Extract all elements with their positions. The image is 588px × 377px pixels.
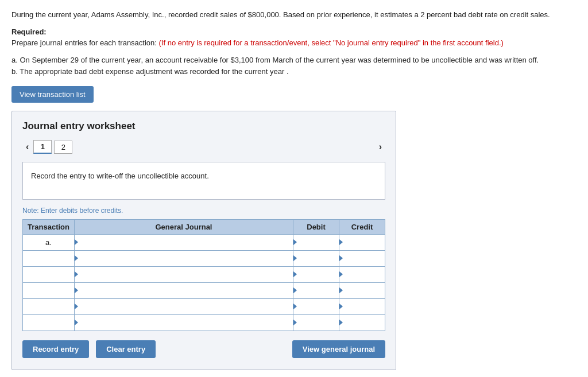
cell-transaction bbox=[23, 314, 75, 331]
credit-input[interactable] bbox=[342, 270, 382, 279]
instruction-box: Record the entry to write-off the uncoll… bbox=[22, 162, 385, 200]
worksheet-title: Journal entry worksheet bbox=[22, 121, 385, 132]
worksheet-container: Journal entry worksheet ‹ 1 2 › Record t… bbox=[11, 111, 396, 370]
general-journal-input[interactable] bbox=[77, 302, 291, 311]
prev-page-button[interactable]: ‹ bbox=[22, 141, 32, 153]
cell-general-journal[interactable] bbox=[75, 314, 293, 331]
view-transaction-list-button[interactable]: View transaction list bbox=[11, 86, 94, 103]
cell-transaction bbox=[23, 282, 75, 298]
credit-input[interactable] bbox=[342, 254, 382, 263]
debit-input[interactable] bbox=[296, 302, 336, 311]
table-row bbox=[23, 298, 385, 314]
cell-transaction bbox=[23, 250, 75, 266]
debit-input[interactable] bbox=[296, 254, 336, 263]
credit-input[interactable] bbox=[342, 318, 382, 327]
table-row bbox=[23, 250, 385, 266]
cell-general-journal[interactable] bbox=[75, 266, 293, 282]
transaction-a: a. On September 29 of the current year, … bbox=[11, 55, 577, 67]
table-row bbox=[23, 282, 385, 298]
view-general-journal-button[interactable]: View general journal bbox=[292, 340, 385, 358]
general-journal-input[interactable] bbox=[77, 270, 291, 279]
general-journal-input[interactable] bbox=[77, 254, 291, 263]
page-tab-1[interactable]: 1 bbox=[33, 140, 52, 154]
credit-input[interactable] bbox=[342, 302, 382, 311]
debit-input[interactable] bbox=[296, 286, 336, 295]
cell-debit[interactable] bbox=[293, 234, 339, 250]
credit-input[interactable] bbox=[342, 238, 382, 247]
cell-general-journal[interactable] bbox=[75, 282, 293, 298]
table-header-row: Transaction General Journal Debit Credit bbox=[23, 219, 385, 234]
cell-debit[interactable] bbox=[293, 282, 339, 298]
cell-debit[interactable] bbox=[293, 266, 339, 282]
cell-general-journal[interactable] bbox=[75, 234, 293, 250]
cell-transaction bbox=[23, 298, 75, 314]
required-section: Required: Prepare journal entries for ea… bbox=[11, 26, 577, 49]
table-row bbox=[23, 266, 385, 282]
transaction-notes: a. On September 29 of the current year, … bbox=[11, 55, 577, 79]
cell-credit[interactable] bbox=[339, 266, 385, 282]
clear-entry-button[interactable]: Clear entry bbox=[96, 340, 156, 358]
cell-debit[interactable] bbox=[293, 250, 339, 266]
cell-debit[interactable] bbox=[293, 298, 339, 314]
cell-debit[interactable] bbox=[293, 314, 339, 331]
general-journal-input[interactable] bbox=[77, 286, 291, 295]
journal-table: Transaction General Journal Debit Credit… bbox=[22, 219, 385, 331]
table-row bbox=[23, 314, 385, 331]
cell-credit[interactable] bbox=[339, 234, 385, 250]
cell-credit[interactable] bbox=[339, 314, 385, 331]
general-journal-input[interactable] bbox=[77, 238, 291, 247]
general-journal-input[interactable] bbox=[77, 318, 291, 327]
bottom-buttons: Record entry Clear entry View general jo… bbox=[22, 340, 385, 358]
col-header-debit: Debit bbox=[293, 219, 339, 234]
instruction-highlight: (If no entry is required for a transacti… bbox=[159, 38, 504, 47]
nav-row: ‹ 1 2 › bbox=[22, 140, 385, 154]
debit-input[interactable] bbox=[296, 318, 336, 327]
cell-credit[interactable] bbox=[339, 250, 385, 266]
debit-input[interactable] bbox=[296, 270, 336, 279]
cell-credit[interactable] bbox=[339, 282, 385, 298]
cell-transaction bbox=[23, 266, 75, 282]
instruction-start: Prepare journal entries for each transac… bbox=[11, 38, 159, 47]
col-header-transaction: Transaction bbox=[23, 219, 75, 234]
page-tab-2[interactable]: 2 bbox=[54, 141, 72, 154]
cell-credit[interactable] bbox=[339, 298, 385, 314]
credit-input[interactable] bbox=[342, 286, 382, 295]
required-label: Required: bbox=[11, 28, 47, 36]
note-text: Note: Enter debits before credits. bbox=[22, 207, 385, 215]
cell-transaction: a. bbox=[23, 234, 75, 250]
cell-general-journal[interactable] bbox=[75, 298, 293, 314]
col-header-credit: Credit bbox=[339, 219, 385, 234]
col-header-journal: General Journal bbox=[75, 219, 293, 234]
next-page-button[interactable]: › bbox=[376, 141, 385, 153]
record-entry-button[interactable]: Record entry bbox=[22, 340, 89, 358]
cell-general-journal[interactable] bbox=[75, 250, 293, 266]
worksheet-instruction: Record the entry to write-off the uncoll… bbox=[31, 172, 209, 180]
transaction-b: b. The appropriate bad debt expense adju… bbox=[11, 66, 577, 78]
debit-input[interactable] bbox=[296, 238, 336, 247]
table-row: a. bbox=[23, 234, 385, 250]
intro-text: During the current year, Adams Assembly,… bbox=[11, 9, 577, 21]
